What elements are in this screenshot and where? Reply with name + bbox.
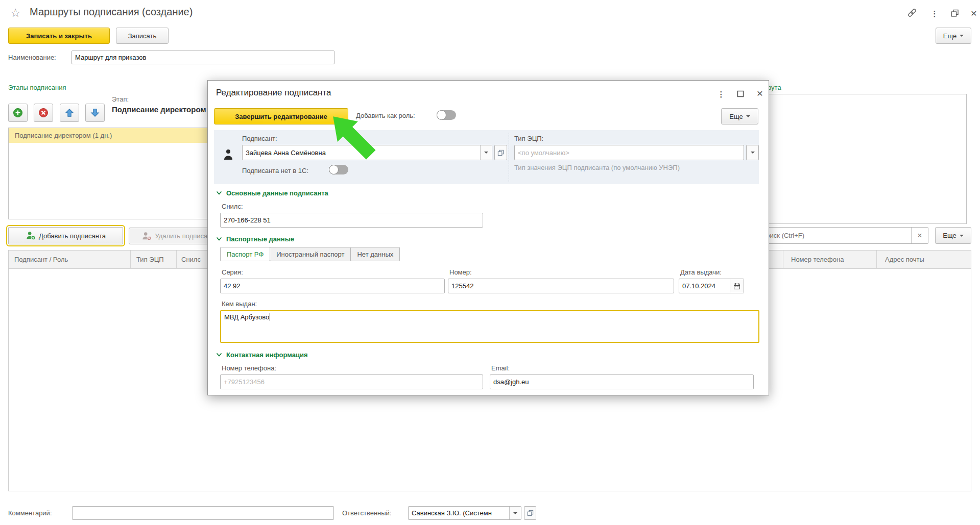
add-signer-button[interactable]: Добавить подписанта (8, 227, 123, 244)
col-snils[interactable]: Снилс (181, 256, 201, 263)
calendar-button[interactable] (730, 279, 744, 293)
delete-stage-button[interactable] (34, 104, 53, 122)
x-circle-icon (38, 108, 49, 118)
issue-date-field (679, 279, 744, 293)
save-and-close-button[interactable]: Записать и закрыть (8, 28, 110, 44)
chevron-down-icon (960, 235, 964, 239)
stage-name: Подписание директором (112, 105, 214, 114)
col-phone[interactable]: Номер телефона (791, 256, 844, 263)
comment-label: Комментарий: (8, 509, 52, 517)
person-remove-icon (141, 232, 152, 241)
tab-no-data[interactable]: Нет данных (350, 247, 400, 261)
signature-type-dropdown-button[interactable] (746, 145, 759, 160)
responsible-label: Ответственный: (342, 509, 391, 517)
chevron-down-icon (216, 237, 222, 241)
signer-input[interactable] (243, 145, 480, 160)
signer-label: Подписант: (242, 135, 277, 142)
snils-label: Снилс: (222, 203, 243, 210)
dialog-menu-kebab-icon[interactable]: ⋮ (716, 89, 726, 99)
phone-input[interactable] (220, 374, 483, 389)
contacts-section-header[interactable]: Контактная информация (216, 351, 307, 359)
signer-field (242, 145, 492, 160)
name-label: Наименование: (8, 54, 56, 61)
signer-open-button[interactable] (494, 145, 507, 160)
signature-type-label: Тип ЭЦП: (514, 135, 543, 142)
route-panel-caption: рута (768, 84, 781, 91)
signer-dropdown-button[interactable] (480, 145, 492, 160)
tab-passport-rf[interactable]: Паспорт РФ (220, 247, 270, 261)
signature-type-input[interactable] (514, 145, 744, 160)
chevron-down-icon (484, 152, 488, 156)
dialog-title: Редактирование подписанта (216, 88, 331, 98)
stages-section-title[interactable]: Этапы подписания (8, 84, 66, 91)
series-label: Серия: (222, 268, 243, 276)
col-signature-type[interactable]: Тип ЭЦП (136, 256, 164, 263)
dialog-maximize-icon[interactable] (735, 88, 746, 99)
responsible-input[interactable] (409, 507, 509, 519)
tab-foreign-passport[interactable]: Иностранный паспорт (270, 247, 351, 261)
add-as-role-label: Добавить как роль: (356, 112, 415, 119)
edit-signer-dialog: Редактирование подписанта ⋮ × Завершить … (207, 80, 769, 395)
window-menu-kebab-icon[interactable]: ⋮ (929, 8, 940, 19)
responsible-dropdown-button[interactable] (509, 507, 521, 519)
window-more-button[interactable]: Еще (936, 28, 971, 44)
dialog-more-button[interactable]: Еще (721, 108, 758, 124)
number-label: Номер: (449, 268, 472, 276)
calendar-icon (733, 283, 740, 290)
signer-not-in-1c-label: Подписанта нет в 1С: (242, 167, 308, 174)
get-link-icon[interactable] (905, 6, 919, 19)
issued-by-textarea[interactable]: МВД Арбузово (220, 310, 759, 343)
issue-date-input[interactable] (679, 279, 730, 293)
phone-label: Номер телефона: (222, 364, 276, 372)
dialog-close-icon[interactable]: × (754, 87, 766, 99)
series-input[interactable] (220, 279, 445, 293)
snils-input[interactable] (220, 213, 483, 228)
text-caret (270, 313, 270, 321)
signers-search-input[interactable] (758, 228, 911, 243)
move-stage-down-button[interactable] (85, 104, 105, 122)
main-data-section-header[interactable]: Основные данные подписанта (216, 189, 328, 197)
add-stage-button[interactable] (8, 104, 28, 122)
window-restore-icon[interactable] (949, 7, 961, 19)
col-email[interactable]: Адрес почты (885, 256, 924, 263)
responsible-field (408, 506, 521, 520)
signer-not-in-1c-toggle[interactable] (329, 165, 348, 174)
save-button[interactable]: Записать (116, 28, 169, 44)
passport-tabs: Паспорт РФ Иностранный паспорт Нет данны… (220, 247, 400, 261)
responsible-open-button[interactable] (524, 506, 536, 520)
person-add-icon (26, 231, 36, 240)
issued-by-label: Кем выдан: (222, 300, 257, 308)
stage-label: Этап: (112, 95, 129, 103)
add-as-role-toggle[interactable] (437, 110, 456, 120)
signer-block: Подписант: Подписанта нет в 1С: Тип ЭЦП:… (214, 130, 759, 184)
email-input[interactable] (490, 374, 754, 389)
chevron-down-icon (216, 353, 222, 357)
favorite-star-icon[interactable]: ☆ (10, 6, 21, 20)
move-stage-up-button[interactable] (60, 104, 79, 122)
chevron-down-icon (746, 115, 750, 119)
arrow-up-icon (65, 108, 74, 117)
chevron-down-icon (216, 191, 222, 195)
comment-input[interactable] (72, 506, 334, 520)
col-signer-role[interactable]: Подписант / Роль (14, 256, 68, 263)
email-label: Email: (491, 364, 510, 372)
arrow-down-icon (90, 108, 100, 117)
finish-editing-button[interactable]: Завершить редактирование (214, 108, 348, 124)
plus-circle-icon (13, 108, 23, 118)
search-clear-icon[interactable]: × (911, 228, 928, 243)
page-title: Маршруты подписания (создание) (30, 6, 193, 18)
signers-more-button[interactable]: Еще (935, 227, 971, 244)
signature-type-hint: Тип значения ЭЦП подписанта (по умолчани… (514, 164, 680, 171)
number-input[interactable] (448, 279, 674, 293)
person-icon (223, 148, 234, 162)
chevron-down-icon (960, 35, 964, 39)
chevron-down-icon (751, 152, 755, 156)
open-link-icon (527, 510, 534, 516)
signers-search-group: × (758, 227, 928, 244)
open-link-icon (497, 149, 504, 156)
issue-date-label: Дата выдачи: (680, 268, 722, 276)
window-close-icon[interactable]: × (968, 7, 979, 19)
passport-section-header[interactable]: Паспортные данные (216, 235, 294, 243)
name-input[interactable] (71, 51, 334, 64)
chevron-down-icon (513, 512, 517, 516)
